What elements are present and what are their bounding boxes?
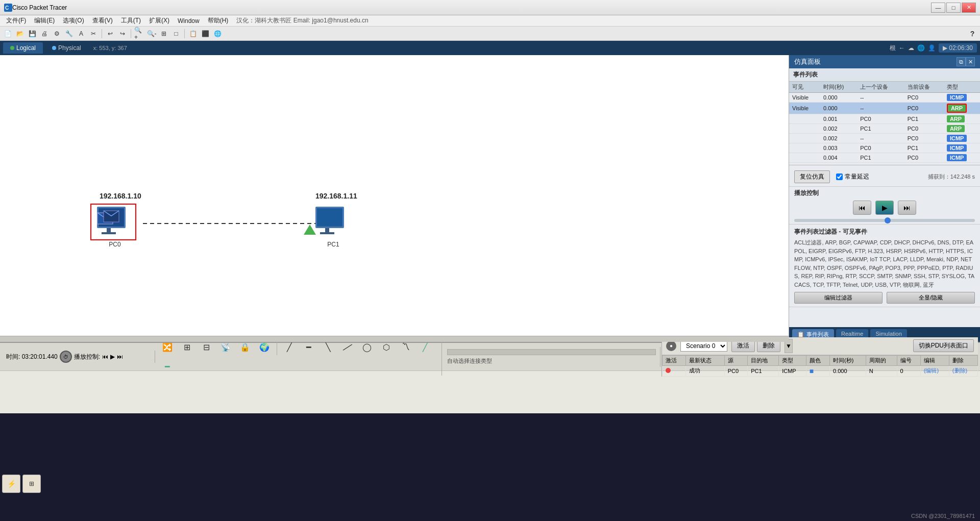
play-prev-btn[interactable]: ⏮ — [102, 353, 108, 360]
canvas[interactable]: 192.168.1.10 192.168.1.11 — [0, 55, 789, 342]
close-panel-btn[interactable]: ✕ — [966, 57, 975, 66]
horizontal-scrollbar[interactable] — [0, 336, 789, 342]
pdu-col-dest: 目的地 — [748, 355, 779, 365]
device-pc1[interactable]: PC1 — [313, 206, 354, 248]
print-btn[interactable]: 🖨 — [39, 28, 50, 39]
pdu-col-color: 颜色 — [806, 355, 829, 365]
pc0-ip-label: 192.168.1.10 — [100, 192, 141, 200]
menu-extend[interactable]: 扩展(X) — [145, 15, 174, 26]
draw-shape4-btn[interactable]: ━ — [158, 357, 177, 376]
col-prev: 上一个设备 — [857, 82, 904, 93]
open-btn[interactable]: 📂 — [14, 28, 26, 39]
zoom-in-btn[interactable]: 🔍+ — [134, 28, 145, 39]
ev-curr-2: PC1 — [904, 114, 944, 124]
event-row-4[interactable]: 0.002 -- PC0 ICMP — [789, 134, 980, 143]
play-btn[interactable]: ▶ — [875, 201, 894, 215]
time-circle-btn[interactable]: ⏱ — [60, 351, 72, 363]
menu-help[interactable]: 帮助(H) — [204, 15, 233, 26]
menu-options[interactable]: 选项(O) — [59, 15, 88, 26]
tb-btn6[interactable]: 🔧 — [63, 28, 75, 39]
zoom-fit-btn[interactable]: ⊞ — [158, 28, 169, 39]
filter-btns: 编辑过滤器 全显/隐藏 — [794, 292, 975, 304]
menu-localize: 汉化：湖科大教书匠 Email: jgao1@hnust.edu.cn — [232, 15, 372, 26]
event-row-5[interactable]: 0.003 PC0 PC1 ICMP — [789, 143, 980, 153]
event-area[interactable]: 可见 时间(秒) 上一个设备 当前设备 类型 Visible 0.000 -- … — [789, 82, 980, 163]
device-tools: 🔀 ⊞ ⊟ 📡 🔒 🌍 ╱ ━ ╲ ╱ ◯ ⬡ 〽 ╱ ━ — [156, 338, 442, 376]
event-row-2[interactable]: 0.001 PC0 PC1 ARP — [789, 114, 980, 124]
play-slider[interactable] — [794, 219, 975, 222]
col-visible: 可见 — [789, 82, 820, 93]
filter-section: 事件列表过滤器 - 可见事件 ACL过滤器, ARP, BGP, CAPWAP,… — [789, 225, 980, 307]
pdu-btn[interactable]: 切换PDU列表面口 — [913, 339, 974, 352]
tb-device1[interactable]: 📋 — [187, 28, 199, 39]
menu-file[interactable]: 文件(F) — [2, 15, 30, 26]
event-row-1[interactable]: Visible 0.000 -- PC0 ARP — [789, 103, 980, 114]
pdu-col-time: 时间(秒) — [830, 355, 866, 365]
constant-delay-checkbox[interactable] — [836, 173, 843, 180]
ev-curr-3: PC0 — [904, 124, 944, 134]
redo-btn[interactable]: ↪ — [117, 28, 128, 39]
bottom-toolbar: 时间: 03:20:01.440 ⏱ 播放控制: ⏮ ▶ ⏭ 🔀 ⊞ ⊟ 📡 🔒… — [0, 343, 980, 371]
reset-sim-btn[interactable]: 复位仿真 — [794, 170, 830, 183]
menu-tools[interactable]: 工具(T) — [117, 15, 145, 26]
help-btn[interactable]: ? — [967, 28, 978, 39]
event-row-6[interactable]: 0.004 PC1 PC0 ICMP — [789, 153, 980, 163]
sim-controls-row: 复位仿真 常量延迟 捕获到：142.248 s — [789, 167, 980, 187]
col-time: 时间(秒) — [820, 82, 857, 93]
pdu-edit-0[interactable]: (编辑) — [920, 365, 949, 376]
tb-btn5[interactable]: ⚙ — [51, 28, 62, 39]
type-badge-4: ICMP — [947, 135, 967, 142]
grid-btn[interactable]: ⊞ — [22, 475, 41, 493]
event-row-0[interactable]: Visible 0.000 -- PC0 ICMP — [789, 93, 980, 103]
tb-device3[interactable]: 🌐 — [212, 28, 223, 39]
undock-btn[interactable]: ⧉ — [957, 57, 966, 66]
pdu-row-0[interactable]: 成功 PC0 PC1 ICMP ■ 0.000 N 0 (编辑) (删除) — [663, 365, 978, 376]
sim-panel-title: 仿真面板 — [794, 57, 821, 66]
ev-type-4: ICMP — [944, 134, 980, 143]
zoom-custom-btn[interactable]: □ — [170, 28, 182, 39]
ev-prev-3: PC1 — [857, 124, 904, 134]
new-btn[interactable]: 📄 — [2, 28, 13, 39]
close-btn[interactable]: ✕ — [962, 3, 976, 13]
tb-device2[interactable]: ⬛ — [200, 28, 211, 39]
menu-view[interactable]: 查看(V) — [88, 15, 117, 26]
event-row-3[interactable]: 0.002 PC1 PC0 ARP — [789, 124, 980, 134]
menu-edit[interactable]: 编辑(E) — [30, 15, 59, 26]
time-badge: ▶ 02:06:30 — [939, 43, 977, 53]
titlebar: C Cisco Packet Tracer — □ ✕ — [0, 0, 980, 15]
fast-forward-btn[interactable]: ⏭ — [898, 201, 916, 215]
tab-logical[interactable]: Logical — [3, 42, 43, 54]
auto-connect-scrollbar[interactable] — [447, 349, 656, 355]
show-all-btn[interactable]: 全显/隐藏 — [887, 292, 975, 304]
device-pc0[interactable]: PC0 — [94, 206, 135, 248]
zoom-out-btn[interactable]: 🔍- — [146, 28, 157, 39]
pdu-status-0: 成功 — [686, 365, 724, 376]
root-icon: 根 — [890, 44, 896, 53]
maximize-btn[interactable]: □ — [946, 3, 961, 13]
edit-filter-btn[interactable]: 编辑过滤器 — [794, 292, 883, 304]
filter-title: 事件列表过滤器 - 可见事件 — [794, 228, 975, 236]
lightning-btn[interactable]: ⚡ — [2, 475, 20, 493]
tab-physical[interactable]: Physical — [45, 42, 88, 54]
tabbar: Logical Physical x: 553, y: 367 根 ← ☁ 🌐 … — [0, 41, 980, 55]
playback-btns: ⏮ ▶ ⏭ — [794, 201, 975, 215]
undo-btn[interactable]: ↩ — [105, 28, 116, 39]
play-slider-thumb — [885, 217, 891, 224]
pdu-area[interactable]: 激活 最新状态 源 目的地 类型 颜色 时间(秒) 周期的 编号 编辑 删除 — [662, 355, 978, 377]
auto-connect-label: 自动选择连接类型 — [447, 357, 656, 365]
rewind-btn[interactable]: ⏮ — [853, 201, 871, 215]
svg-rect-11 — [325, 228, 329, 232]
save-btn[interactable]: 💾 — [27, 28, 38, 39]
type-badge-6: ICMP — [947, 154, 967, 161]
pdu-delete-0[interactable]: (删除) — [949, 365, 977, 376]
pdu-header-row: 激活 最新状态 源 目的地 类型 颜色 时间(秒) 周期的 编号 编辑 删除 — [663, 355, 978, 365]
menu-window[interactable]: Window — [174, 16, 204, 26]
tb-btn7[interactable]: A — [76, 28, 87, 39]
event-tbody: Visible 0.000 -- PC0 ICMP Visible 0.000 … — [789, 93, 980, 163]
play-resume-btn[interactable]: ▶ — [110, 353, 115, 360]
play-next-btn[interactable]: ⏭ — [117, 353, 123, 360]
main-area: 192.168.1.10 192.168.1.11 — [0, 55, 980, 342]
tb-btn8[interactable]: ✂ — [88, 28, 99, 39]
back-btn[interactable]: ← — [899, 44, 905, 52]
minimize-btn[interactable]: — — [931, 3, 945, 13]
